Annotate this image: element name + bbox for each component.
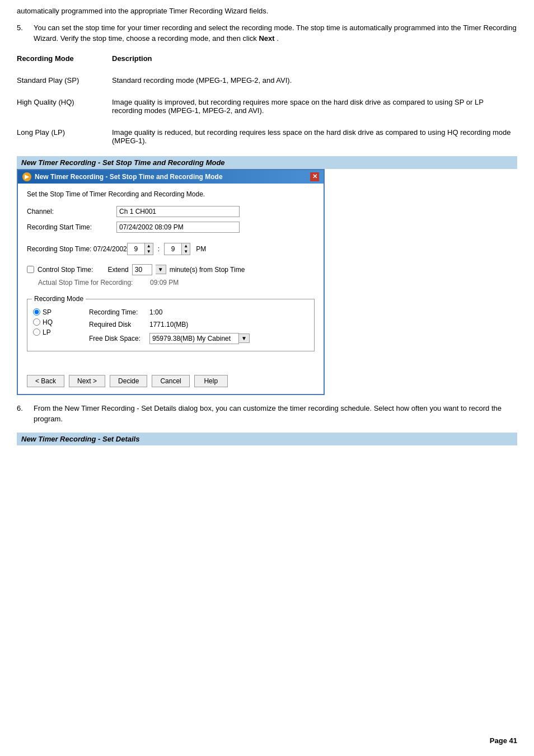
table-row-lp: Long Play (LP) Image quality is reduced,… [17,125,517,148]
mode-sp-label: SP [43,308,51,316]
section-banner-2: New Timer Recording - Set Details [17,433,517,445]
extend-label: Extend [107,266,128,274]
stop-time-spinbox-group: ▲ ▼ : ▲ ▼ PM [127,243,206,255]
step5-content: You can set the stop time for your timer… [34,22,517,44]
free-disk-label: Free Disk Space: [89,335,145,342]
control-stop-label: Control Stop Time: [38,266,93,274]
table-spacer-3 [17,118,517,125]
mode-lp-label: LP [43,328,51,336]
back-button[interactable]: < Back [27,375,64,387]
start-time-row: Recording Start Time: [27,222,315,233]
mode-left: SP HQ LP [33,308,78,346]
channel-row: Channel: [27,206,315,217]
actual-stop-label: Actual Stop Time for Recording: [38,279,150,287]
start-time-label: Recording Start Time: [27,223,116,231]
free-disk-dropdown: ▼ [149,333,250,344]
dialog-close-button[interactable]: ✕ [310,172,319,181]
mode-row-outer: SP HQ LP Recording Time: 1:00 [33,304,308,346]
table-spacer-2 [17,88,517,95]
dialog-body: Set the Stop Time of Timer Recording and… [18,184,324,394]
extend-row: Extend ▼ minute(s) from Stop Time [107,264,245,275]
actual-stop-row: Actual Stop Time for Recording: 09:09 PM [38,279,315,287]
stop-hour-down[interactable]: ▼ [145,249,153,255]
mode-hq: High Quality (HQ) [17,95,112,118]
table-header-row: Recording Mode Description [17,51,517,66]
mode-lp: Long Play (LP) [17,125,112,148]
extend-suffix: minute(s) from Stop Time [170,266,245,274]
stop-ampm: PM [196,245,206,253]
table-row-hq: High Quality (HQ) Image quality is impro… [17,95,517,118]
stop-minute-input[interactable] [165,245,181,253]
mode-hq-label: HQ [43,318,53,326]
mode-hq-radio[interactable] [33,318,40,326]
cancel-button[interactable]: Cancel [152,375,189,387]
desc-lp: Image quality is reduced, but recording … [112,125,517,148]
recording-mode-legend: Recording Mode [32,295,86,303]
step6-item: 6. From the New Timer Recording - Set De… [17,403,517,425]
mode-sp-radio-item: SP [33,308,78,316]
desc-hq: Image quality is improved, but recording… [112,95,517,118]
decide-button[interactable]: Decide [110,375,147,387]
channel-label: Channel: [27,208,116,215]
table-spacer-1 [17,66,517,73]
dialog-wrapper: ▶ New Timer Recording - Set Stop Time an… [17,169,325,395]
time-colon: : [158,245,160,253]
intro-text: automatically programmed into the approp… [17,6,517,17]
dialog-titlebar: ▶ New Timer Recording - Set Stop Time an… [18,170,324,184]
recording-time-label: Recording Time: [89,308,145,316]
page-number: Page 41 [490,736,517,745]
mode-hq-radio-item: HQ [33,318,78,326]
dialog-title-left: ▶ New Timer Recording - Set Stop Time an… [22,172,223,181]
required-disk-row: Required Disk 1771.10(MB) [89,321,250,328]
stop-minute-spinbox[interactable]: ▲ ▼ [164,243,190,255]
mode-sp-radio[interactable] [33,308,40,316]
stop-hour-arrows: ▲ ▼ [144,243,153,255]
actual-stop-value: 09:09 PM [150,279,179,287]
channel-input[interactable] [116,206,240,217]
recording-mode-group: Recording Mode SP HQ LP [27,299,315,351]
mode-lp-radio[interactable] [33,328,40,336]
desc-sp: Standard recording mode (MPEG-1, MPEG-2,… [112,73,517,88]
step6-number: 6. [17,403,34,425]
start-time-input[interactable] [116,222,240,233]
stop-hour-input[interactable] [128,245,144,253]
control-stop-checkbox[interactable] [27,266,34,273]
mode-lp-radio-item: LP [33,328,78,336]
recording-time-row: Recording Time: 1:00 [89,308,250,316]
free-disk-dropdown-btn[interactable]: ▼ [239,334,250,343]
required-disk-label: Required Disk [89,321,145,328]
help-button[interactable]: Help [194,375,228,387]
col-desc-header: Description [112,51,517,66]
stop-minute-arrows: ▲ ▼ [181,243,190,255]
table-row-sp: Standard Play (SP) Standard recording mo… [17,73,517,88]
dialog-buttons: < Back Next > Decide Cancel Help [27,369,315,387]
stop-time-row: Recording Stop Time: 07/24/2002 ▲ ▼ : ▲ … [27,243,315,255]
extend-value-input[interactable] [132,264,152,275]
extend-dropdown-btn[interactable]: ▼ [156,265,166,274]
recording-mode-table: Recording Mode Description Standard Play… [17,51,517,148]
step5-bold: Next [259,34,274,43]
stop-minute-down[interactable]: ▼ [182,249,190,255]
stop-hour-up[interactable]: ▲ [145,243,153,249]
required-disk-value: 1771.10(MB) [149,321,188,328]
col-mode-header: Recording Mode [17,51,112,66]
dialog-subtitle: Set the Stop Time of Timer Recording and… [27,190,315,198]
mode-right: Recording Time: 1:00 Required Disk 1771.… [89,308,250,346]
step5-number: 5. [17,22,34,44]
free-disk-input[interactable] [149,333,239,344]
section-banner-1: New Timer Recording - Set Stop Time and … [17,156,517,169]
step6-content: From the New Timer Recording - Set Detai… [34,403,517,425]
stop-minute-up[interactable]: ▲ [182,243,190,249]
next-button[interactable]: Next > [69,375,105,387]
control-stop-row: Control Stop Time: Extend ▼ minute(s) fr… [27,264,315,275]
recording-time-value: 1:00 [149,308,162,316]
mode-sp: Standard Play (SP) [17,73,112,88]
stop-hour-spinbox[interactable]: ▲ ▼ [127,243,153,255]
step5-text-after: . [275,34,279,43]
dialog-title-text: New Timer Recording - Set Stop Time and … [35,173,223,181]
dialog-app-icon: ▶ [22,172,31,181]
free-disk-row: Free Disk Space: ▼ [89,333,250,344]
stop-time-label: Recording Stop Time: 07/24/2002 [27,245,127,253]
